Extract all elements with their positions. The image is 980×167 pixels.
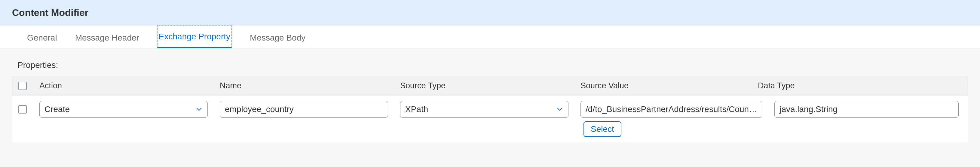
tab-message-body[interactable]: Message Body xyxy=(250,27,305,48)
source-value-text: /d/to_BusinessPartnerAddress/results/Cou… xyxy=(585,105,757,114)
select-button[interactable]: Select xyxy=(584,121,621,137)
select-all-checkbox[interactable] xyxy=(18,82,27,90)
column-header-source-type: Source Type xyxy=(400,81,581,91)
data-type-value: java.lang.String xyxy=(780,105,837,114)
name-input-value: employee_country xyxy=(225,105,294,114)
tab-exchange-property[interactable]: Exchange Property xyxy=(157,25,232,48)
action-select-value: Create xyxy=(45,105,70,114)
table-row: Create employee_country XPath xyxy=(12,95,968,143)
properties-label: Properties: xyxy=(18,60,968,70)
chevron-down-icon xyxy=(555,105,564,113)
properties-table: Action Name Source Type Source Value Dat… xyxy=(12,76,968,143)
column-header-data-type: Data Type xyxy=(758,81,968,91)
column-header-source-value: Source Value xyxy=(581,81,758,91)
tab-general[interactable]: General xyxy=(27,27,57,48)
table-header-row: Action Name Source Type Source Value Dat… xyxy=(12,76,968,95)
chevron-down-icon xyxy=(195,105,203,113)
source-type-value: XPath xyxy=(405,105,428,114)
tab-bar: General Message Header Exchange Property… xyxy=(0,25,980,48)
source-value-input[interactable]: /d/to_BusinessPartnerAddress/results/Cou… xyxy=(581,101,762,118)
action-select[interactable]: Create xyxy=(40,101,208,118)
row-checkbox[interactable] xyxy=(18,105,27,113)
column-header-name: Name xyxy=(220,81,400,91)
name-input[interactable]: employee_country xyxy=(220,101,388,118)
page-title: Content Modifier xyxy=(12,7,968,18)
source-type-select[interactable]: XPath xyxy=(400,101,568,118)
header-banner: Content Modifier xyxy=(0,0,980,25)
data-type-input[interactable]: java.lang.String xyxy=(775,101,959,118)
column-header-action: Action xyxy=(40,81,220,91)
content-area: Properties: Action Name Source Type Sour… xyxy=(0,48,980,155)
tab-message-header[interactable]: Message Header xyxy=(75,27,139,48)
